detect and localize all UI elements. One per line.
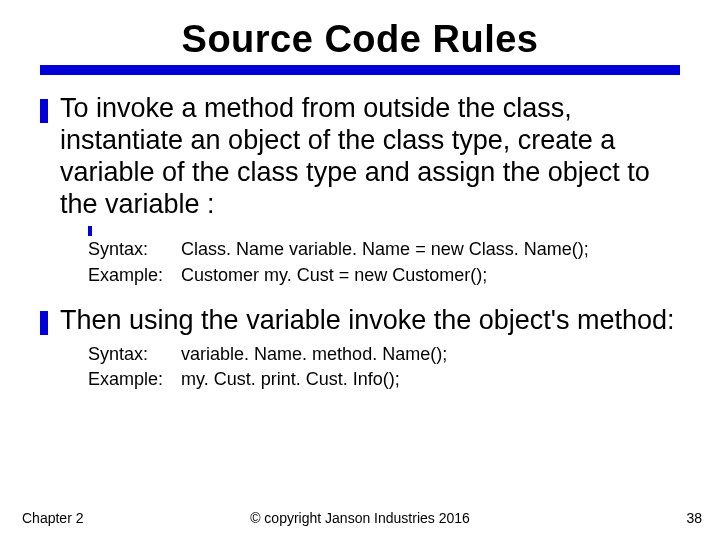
example-value: my. Cust. print. Cust. Info(); [181,368,680,391]
example-value: Customer my. Cust = new Customer(); [181,264,680,287]
syntax-label: Syntax: [88,238,163,261]
footer: Chapter 2 © copyright Janson Industries … [0,510,720,526]
footer-center: © copyright Janson Industries 2016 [250,510,470,526]
definition-block: Syntax: Class. Name variable. Name = new… [88,226,680,287]
syntax-value: variable. Name. method. Name(); [181,343,680,366]
title-underline [40,65,680,75]
sub-bullet-icon [88,226,92,236]
footer-right: 38 [686,510,702,526]
example-label: Example: [88,368,163,391]
bullet-text: To invoke a method from outside the clas… [60,93,680,220]
bullet-text: Then using the variable invoke the objec… [60,305,675,337]
bullet-item: To invoke a method from outside the clas… [40,93,680,220]
bullet-item: Then using the variable invoke the objec… [40,305,680,337]
syntax-label: Syntax: [88,343,163,366]
bullet-icon [40,99,48,123]
example-label: Example: [88,264,163,287]
definition-list: Syntax: Class. Name variable. Name = new… [88,238,680,287]
title-wrap: Source Code Rules [40,18,680,61]
page-title: Source Code Rules [40,18,680,61]
syntax-value: Class. Name variable. Name = new Class. … [181,238,680,261]
definition-block: Syntax: variable. Name. method. Name(); … [88,343,680,392]
footer-left: Chapter 2 [22,510,83,526]
bullet-icon [40,311,48,335]
definition-list: Syntax: variable. Name. method. Name(); … [88,343,680,392]
slide: Source Code Rules To invoke a method fro… [0,0,720,540]
